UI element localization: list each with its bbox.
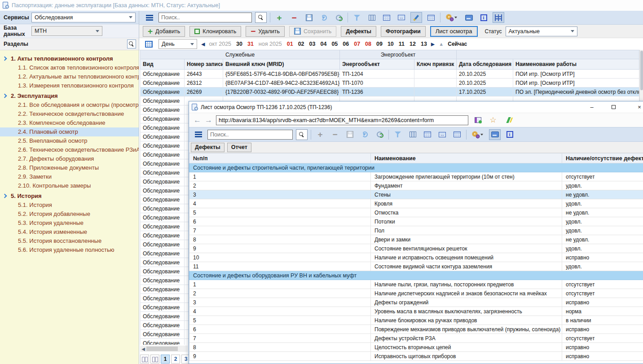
date-day-button[interactable]: 10 [388, 41, 394, 47]
sidebar-item[interactable]: 5.3. История удаленные [0, 219, 139, 228]
inspection-row[interactable]: 6Потолкиудовл. [189, 217, 643, 226]
settings-button[interactable] [493, 12, 504, 23]
child-report-button[interactable]: Отчет [227, 143, 251, 152]
sidebar-item[interactable]: 5. История [0, 192, 139, 201]
maximize-button[interactable] [606, 101, 621, 112]
inspection-row[interactable]: 6Повреждение механизмов приводов выключа… [189, 325, 643, 334]
sections-search-button[interactable] [127, 39, 136, 48]
sidebar-item[interactable]: 2.6. Техническое освидетельствование РЗи… [0, 145, 139, 154]
inspection-row[interactable]: 9Исправность щитовых приборовисправно [189, 352, 643, 361]
grid-column-header[interactable]: Ключ привязк [414, 59, 457, 70]
grid-button[interactable] [425, 12, 437, 23]
sidebar-item[interactable]: 5.5. История восстановленные [0, 237, 139, 246]
sidebar-item[interactable]: 1.3. Измерения тепловизионного контроля [0, 81, 139, 90]
inspection-row[interactable]: 2Фундаментудовл. [189, 181, 643, 190]
date-day-button[interactable]: 31 [247, 41, 254, 47]
table-row[interactable]: Обследование26269{17B220B7-0032-4892-9F0… [141, 88, 639, 96]
columns-button[interactable] [366, 12, 378, 23]
sidebar-item[interactable]: 2.10. Контрольные замеры [0, 181, 139, 190]
filter-button[interactable] [351, 12, 363, 23]
database-select[interactable]: МТН [31, 26, 102, 36]
edit-mode-button[interactable] [410, 12, 422, 23]
search-button[interactable] [296, 129, 308, 140]
grid-column-header[interactable]: Номер записи [185, 59, 223, 70]
inspection-sheet-button[interactable]: Лист осмотра [430, 26, 478, 37]
prev-page-button[interactable] [150, 355, 159, 364]
photos-button[interactable]: Фотографии [381, 26, 426, 37]
first-page-button[interactable] [140, 355, 149, 364]
date-day-button[interactable]: 30 [236, 41, 242, 47]
search-input[interactable] [159, 13, 252, 22]
inspection-row[interactable]: 8Целостность вторичных цепейисправно [189, 343, 643, 352]
inspection-row[interactable]: 9Состояние вентиляционных решетокудовл. [189, 244, 643, 253]
date-day-button[interactable]: 06 [343, 41, 349, 47]
date-day-button[interactable]: 09 [376, 41, 383, 47]
sidebar-item[interactable]: 2.4. Плановый осмотр [0, 127, 139, 136]
table-row[interactable]: Обследование26443{55FE6851-57F6-4C18-9DB… [141, 70, 639, 79]
back-button[interactable]: ← [194, 116, 201, 124]
grid-column-header[interactable]: Наименование работы [513, 59, 639, 70]
table-view-button[interactable] [381, 12, 392, 23]
grid-column-header[interactable]: Вид [141, 59, 185, 70]
inspection-row[interactable]: 3Стеныне удовл. [189, 190, 643, 199]
date-day-button[interactable]: 01 [287, 41, 293, 47]
auto-refresh-button[interactable] [333, 12, 344, 23]
panel-button[interactable] [463, 12, 475, 23]
date-day-button[interactable]: 07 [354, 41, 360, 47]
sidebar-item[interactable]: 1.1. Список актов тепловизионного контро… [0, 63, 139, 72]
scroll-left-arrow[interactable]: ◀ [140, 346, 146, 352]
inspection-row[interactable]: 3Дефекты огражденийисправно [189, 298, 643, 307]
scrollbar-thumb[interactable] [640, 51, 643, 90]
tools-dropdown-button[interactable] [444, 12, 460, 23]
sidebar-item[interactable]: 2. Эксплуатация [0, 92, 139, 101]
date-day-button[interactable]: 08 [365, 41, 371, 47]
sidebar-item[interactable]: 5.1. История [0, 201, 139, 210]
inspection-row[interactable]: 2Наличие диспетчерских надписей и знаков… [189, 289, 643, 298]
table-row[interactable]: Обследование26312{BE07AF34-C1D7-48E9-94C… [141, 79, 639, 88]
table-view-button[interactable] [422, 129, 433, 140]
page-button[interactable]: 1 [161, 355, 170, 364]
period-select[interactable]: День [159, 39, 197, 49]
minimize-button[interactable]: – [584, 101, 599, 112]
inspection-row[interactable]: 5Отмосткане удовл. [189, 208, 643, 217]
grid-column-header[interactable]: Внешний ключ (MRID) [223, 59, 340, 70]
inspection-column-header[interactable]: Наличие/отсутствие дефекта [562, 153, 643, 163]
bookmark-button[interactable] [502, 115, 514, 126]
sidebar-item[interactable]: 2.2. Техническое освидетельствование [0, 110, 139, 118]
save-button[interactable] [303, 12, 315, 23]
inspection-column-header[interactable]: Наименование [371, 153, 562, 163]
child-defects-button[interactable]: Дефекты [191, 143, 225, 152]
scrollbar-thumb[interactable] [146, 346, 178, 351]
sidebar-item[interactable]: 1.2. Актуальные акты тепловизионного кон… [0, 72, 139, 81]
delete-button[interactable]: − [329, 129, 341, 140]
url-input[interactable] [216, 115, 468, 125]
date-day-button[interactable]: 11 [399, 41, 405, 47]
column-width-button[interactable] [396, 12, 407, 23]
info-button[interactable]: i [504, 129, 515, 140]
child-titlebar[interactable]: Лист осмотра Осмотр ТП-1236 17.10.2025 (… [189, 101, 643, 113]
inspection-row[interactable]: 4Уровень масла в масляных выключателях, … [189, 307, 643, 316]
grid-button[interactable] [451, 129, 463, 140]
refresh-button[interactable] [359, 129, 370, 140]
sidebar-item[interactable]: 1. Акты тепловизионного контроля [0, 54, 139, 63]
prev-dates-button[interactable]: ◀ [201, 41, 205, 47]
collapse-dates-button[interactable]: ▲ [439, 41, 444, 47]
delete-record-button[interactable]: −Удалить [246, 26, 285, 37]
save-record-button[interactable]: Сохранить [289, 26, 336, 37]
sidebar-item[interactable]: 2.7. Дефекты оборудования [0, 154, 139, 163]
calendar-button[interactable] [143, 39, 154, 49]
export-button[interactable] [472, 115, 484, 126]
forward-button[interactable]: → [205, 116, 212, 124]
page-button[interactable]: 2 [171, 355, 180, 364]
inspection-row[interactable]: 1Загромождение прилегающей территории (1… [189, 172, 643, 181]
info-button[interactable]: i [478, 12, 489, 23]
services-select[interactable]: Обследования [31, 13, 136, 22]
inspection-row[interactable]: 10Наличие и исправность освещения помеще… [189, 253, 643, 262]
sidebar-item[interactable]: 2.1. Все обследования и осмотры (просмот… [0, 101, 139, 110]
tools-dropdown-button[interactable] [470, 129, 486, 140]
sidebar-item[interactable]: 2.5. Внеплановый осмотр [0, 136, 139, 145]
save-button[interactable] [344, 129, 356, 140]
add-button[interactable]: + [273, 12, 285, 23]
sidebar-item[interactable]: 2.3. Комплексное обследование [0, 118, 139, 127]
defects-button[interactable]: Дефекты [341, 26, 376, 37]
